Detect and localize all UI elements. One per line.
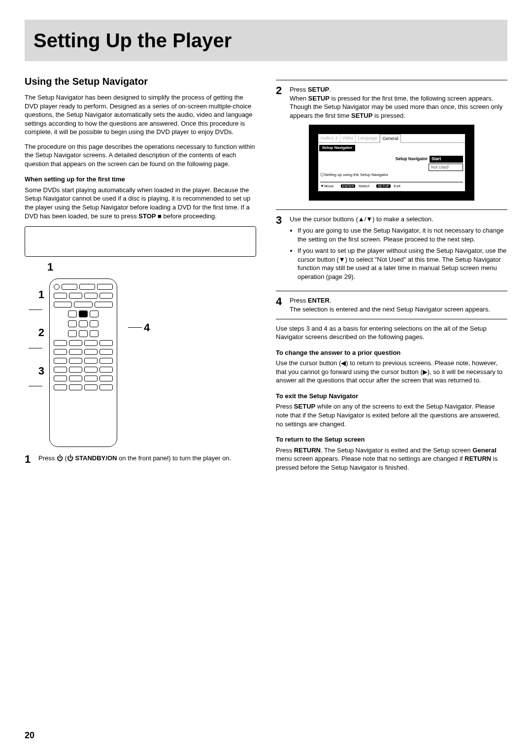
exit-body: Press SETUP while on any of the screens … — [276, 402, 507, 428]
osd-tab-general: General — [380, 134, 400, 143]
return-body: Press RETURN. The Setup Navigator is exi… — [276, 446, 507, 472]
osd-breadcrumb: Setup Navigator — [319, 145, 355, 151]
remote-callout-4: 4 — [126, 320, 150, 335]
remote-callout-1: 1 — [38, 288, 44, 301]
player-callout-1: 1 — [47, 260, 256, 275]
remote-callout-2: 2 — [38, 326, 44, 339]
after-steps-paragraph: Use steps 3 and 4 as a basis for enterin… — [276, 324, 507, 342]
change-answer-heading: To change the answer to a prior question — [276, 348, 507, 357]
remote-outline — [49, 278, 117, 447]
step-1-number: 1 — [25, 454, 33, 465]
return-heading: To return to the Setup screen — [276, 435, 507, 444]
left-column: Using the Setup Navigator The Setup Navi… — [25, 75, 256, 478]
step-3-number: 3 — [276, 215, 285, 286]
osd-screenshot: Audio1 2 Video Language General Setup Na… — [309, 125, 474, 200]
step-2-number: 2 — [276, 85, 285, 120]
step-3-bullet-1: If you are going to use the Setup Naviga… — [298, 226, 507, 243]
step-1-text: Press ⏻ (⏻ STANDBY/ON on the front panel… — [38, 454, 256, 465]
osd-footer: ▼Move ENTERSelect SETUPExit — [320, 182, 463, 191]
two-column-layout: Using the Setup Navigator The Setup Navi… — [25, 75, 507, 478]
step-4-number: 4 — [276, 296, 285, 313]
first-time-body: Some DVDs start playing automatically wh… — [25, 186, 256, 220]
step-3-bullet-2: If you want to set up the player without… — [298, 246, 507, 281]
osd-hint: ⓘSetting up using the Setup Navigator — [318, 172, 465, 180]
osd-tab-video: Video — [340, 134, 356, 142]
intro-paragraph-1: The Setup Navigator has been designed to… — [25, 93, 256, 137]
remote-diagram: 1 2 3 4 — [25, 278, 256, 447]
osd-tab-language: Language — [356, 134, 380, 142]
osd-tab-audio: Audio1 2 — [318, 134, 340, 142]
step-2-body: When SETUP is pressed for the first time… — [290, 94, 507, 120]
right-column: 2 Press SETUP. When SETUP is pressed for… — [276, 75, 507, 478]
osd-option-label: Setup Navigator — [320, 156, 430, 162]
step-4-lead: Press ENTER. — [290, 296, 507, 305]
chapter-title: Setting Up the Player — [25, 20, 507, 61]
player-diagram: 1 — [25, 226, 256, 275]
step-2-lead: Press SETUP. — [290, 85, 507, 94]
osd-option-notused: Not Used — [429, 164, 463, 171]
section-heading: Using the Setup Navigator — [25, 75, 256, 88]
osd-option-start: Start — [430, 156, 463, 162]
osd-tabs: Audio1 2 Video Language General — [318, 134, 465, 143]
step-4-body: The selection is entered and the next Se… — [290, 305, 507, 314]
exit-heading: To exit the Setup Navigator — [276, 392, 507, 401]
change-answer-body: Use the cursor button (◀) to return to p… — [276, 359, 507, 385]
intro-paragraph-2: The procedure on this page describes the… — [25, 142, 256, 169]
remote-callout-3: 3 — [38, 365, 44, 377]
step-3-lead: Use the cursor buttons (▲/▼) to make a s… — [290, 215, 507, 224]
first-time-heading: When setting up for the first time — [25, 175, 256, 184]
